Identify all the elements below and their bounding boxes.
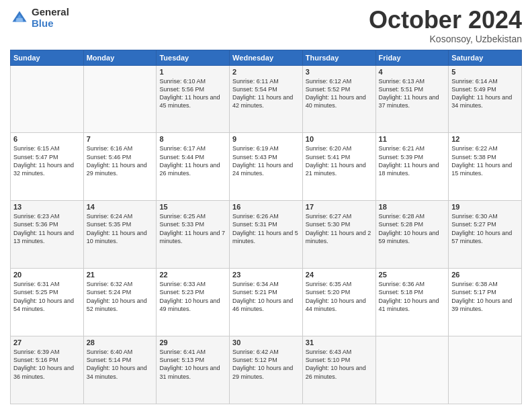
day-number: 19: [451, 203, 519, 211]
weekday-header-monday: Monday: [83, 50, 157, 65]
calendar-cell: 7Sunrise: 6:16 AMSunset: 5:46 PMDaylight…: [83, 133, 157, 201]
day-number: 29: [159, 338, 226, 347]
day-number: 17: [306, 203, 373, 211]
cell-details: Sunrise: 6:10 AMSunset: 5:56 PMDaylight:…: [159, 77, 226, 110]
calendar: SundayMondayTuesdayWednesdayThursdayFrid…: [10, 50, 522, 404]
cell-details: Sunrise: 6:11 AMSunset: 5:54 PMDaylight:…: [232, 77, 300, 110]
cell-details: Sunrise: 6:17 AMSunset: 5:44 PMDaylight:…: [159, 144, 226, 177]
cell-details: Sunrise: 6:20 AMSunset: 5:41 PMDaylight:…: [306, 144, 373, 177]
calendar-cell: 19Sunrise: 6:30 AMSunset: 5:27 PMDayligh…: [449, 201, 522, 269]
day-number: 24: [306, 271, 373, 279]
cell-details: Sunrise: 6:32 AMSunset: 5:24 PMDaylight:…: [87, 280, 154, 313]
day-number: 27: [13, 338, 81, 347]
cell-details: Sunrise: 6:21 AMSunset: 5:39 PMDaylight:…: [379, 144, 446, 177]
svg-rect-2: [16, 18, 23, 22]
weekday-header-row: SundayMondayTuesdayWednesdayThursdayFrid…: [11, 50, 522, 65]
day-number: 25: [379, 271, 446, 279]
cell-details: Sunrise: 6:13 AMSunset: 5:51 PMDaylight:…: [379, 77, 446, 110]
calendar-cell: 18Sunrise: 6:28 AMSunset: 5:28 PMDayligh…: [375, 201, 449, 269]
cell-details: Sunrise: 6:26 AMSunset: 5:31 PMDaylight:…: [232, 212, 300, 245]
cell-details: Sunrise: 6:36 AMSunset: 5:18 PMDaylight:…: [379, 280, 446, 313]
day-number: 22: [159, 271, 226, 279]
day-number: 13: [13, 203, 81, 211]
calendar-cell: 9Sunrise: 6:19 AMSunset: 5:43 PMDaylight…: [230, 133, 303, 201]
calendar-cell: 11Sunrise: 6:21 AMSunset: 5:39 PMDayligh…: [375, 133, 449, 201]
logo: General Blue: [10, 7, 69, 29]
calendar-cell: 20Sunrise: 6:31 AMSunset: 5:25 PMDayligh…: [11, 269, 84, 336]
calendar-cell: 16Sunrise: 6:26 AMSunset: 5:31 PMDayligh…: [230, 201, 303, 269]
calendar-cell: 17Sunrise: 6:27 AMSunset: 5:30 PMDayligh…: [302, 201, 375, 269]
calendar-cell: 4Sunrise: 6:13 AMSunset: 5:51 PMDaylight…: [375, 65, 449, 133]
calendar-cell: 30Sunrise: 6:42 AMSunset: 5:12 PMDayligh…: [230, 336, 303, 404]
calendar-cell: 28Sunrise: 6:40 AMSunset: 5:14 PMDayligh…: [83, 336, 157, 404]
logo-blue: Blue: [32, 18, 69, 30]
week-row-4: 20Sunrise: 6:31 AMSunset: 5:25 PMDayligh…: [11, 269, 522, 336]
day-number: 4: [379, 68, 446, 76]
calendar-cell: 10Sunrise: 6:20 AMSunset: 5:41 PMDayligh…: [302, 133, 375, 201]
calendar-cell: 29Sunrise: 6:41 AMSunset: 5:13 PMDayligh…: [157, 336, 230, 404]
cell-details: Sunrise: 6:39 AMSunset: 5:16 PMDaylight:…: [13, 348, 81, 381]
calendar-cell: 5Sunrise: 6:14 AMSunset: 5:49 PMDaylight…: [449, 65, 522, 133]
day-number: 5: [451, 68, 519, 76]
calendar-cell: 27Sunrise: 6:39 AMSunset: 5:16 PMDayligh…: [11, 336, 84, 404]
weekday-header-saturday: Saturday: [449, 50, 522, 65]
calendar-cell: 3Sunrise: 6:12 AMSunset: 5:52 PMDaylight…: [302, 65, 375, 133]
calendar-cell: 1Sunrise: 6:10 AMSunset: 5:56 PMDaylight…: [157, 65, 230, 133]
cell-details: Sunrise: 6:15 AMSunset: 5:47 PMDaylight:…: [13, 144, 81, 177]
week-row-3: 13Sunrise: 6:23 AMSunset: 5:36 PMDayligh…: [11, 201, 522, 269]
calendar-cell: 21Sunrise: 6:32 AMSunset: 5:24 PMDayligh…: [83, 269, 157, 336]
calendar-cell: [449, 336, 522, 404]
month-title: October 2024: [369, 7, 522, 34]
cell-details: Sunrise: 6:24 AMSunset: 5:35 PMDaylight:…: [87, 212, 154, 245]
title-block: October 2024 Kosonsoy, Uzbekistan: [369, 7, 522, 44]
cell-details: Sunrise: 6:22 AMSunset: 5:38 PMDaylight:…: [451, 144, 519, 177]
logo-general: General: [32, 7, 69, 18]
calendar-cell: 2Sunrise: 6:11 AMSunset: 5:54 PMDaylight…: [230, 65, 303, 133]
weekday-header-wednesday: Wednesday: [230, 50, 303, 65]
calendar-cell: 8Sunrise: 6:17 AMSunset: 5:44 PMDaylight…: [157, 133, 230, 201]
day-number: 12: [451, 135, 519, 143]
calendar-cell: 14Sunrise: 6:24 AMSunset: 5:35 PMDayligh…: [83, 201, 157, 269]
weekday-header-tuesday: Tuesday: [157, 50, 230, 65]
calendar-cell: 15Sunrise: 6:25 AMSunset: 5:33 PMDayligh…: [157, 201, 230, 269]
calendar-cell: 24Sunrise: 6:35 AMSunset: 5:20 PMDayligh…: [302, 269, 375, 336]
cell-details: Sunrise: 6:14 AMSunset: 5:49 PMDaylight:…: [451, 77, 519, 110]
cell-details: Sunrise: 6:35 AMSunset: 5:20 PMDaylight:…: [306, 280, 373, 313]
cell-details: Sunrise: 6:25 AMSunset: 5:33 PMDaylight:…: [159, 212, 226, 245]
cell-details: Sunrise: 6:33 AMSunset: 5:23 PMDaylight:…: [159, 280, 226, 313]
calendar-cell: 25Sunrise: 6:36 AMSunset: 5:18 PMDayligh…: [375, 269, 449, 336]
cell-details: Sunrise: 6:28 AMSunset: 5:28 PMDaylight:…: [379, 212, 446, 245]
day-number: 15: [159, 203, 226, 211]
logo-text: General Blue: [32, 7, 69, 29]
day-number: 26: [451, 271, 519, 279]
day-number: 16: [232, 203, 300, 211]
day-number: 3: [306, 68, 373, 76]
calendar-cell: 22Sunrise: 6:33 AMSunset: 5:23 PMDayligh…: [157, 269, 230, 336]
day-number: 6: [13, 135, 81, 143]
calendar-cell: 26Sunrise: 6:38 AMSunset: 5:17 PMDayligh…: [449, 269, 522, 336]
page: General Blue October 2024 Kosonsoy, Uzbe…: [0, 0, 532, 411]
cell-details: Sunrise: 6:19 AMSunset: 5:43 PMDaylight:…: [232, 144, 300, 177]
day-number: 18: [379, 203, 446, 211]
subtitle: Kosonsoy, Uzbekistan: [369, 34, 522, 44]
calendar-cell: [11, 65, 84, 133]
header: General Blue October 2024 Kosonsoy, Uzbe…: [10, 7, 522, 44]
cell-details: Sunrise: 6:43 AMSunset: 5:10 PMDaylight:…: [306, 348, 373, 381]
cell-details: Sunrise: 6:31 AMSunset: 5:25 PMDaylight:…: [13, 280, 81, 313]
day-number: 1: [159, 68, 226, 76]
day-number: 11: [379, 135, 446, 143]
day-number: 20: [13, 271, 81, 279]
cell-details: Sunrise: 6:30 AMSunset: 5:27 PMDaylight:…: [451, 212, 519, 245]
day-number: 9: [232, 135, 300, 143]
week-row-1: 1Sunrise: 6:10 AMSunset: 5:56 PMDaylight…: [11, 65, 522, 133]
day-number: 10: [306, 135, 373, 143]
weekday-header-thursday: Thursday: [302, 50, 375, 65]
day-number: 8: [159, 135, 226, 143]
calendar-cell: [375, 336, 449, 404]
calendar-cell: 13Sunrise: 6:23 AMSunset: 5:36 PMDayligh…: [11, 201, 84, 269]
calendar-cell: 23Sunrise: 6:34 AMSunset: 5:21 PMDayligh…: [230, 269, 303, 336]
logo-icon: [10, 9, 29, 28]
day-number: 23: [232, 271, 300, 279]
weekday-header-sunday: Sunday: [11, 50, 84, 65]
day-number: 31: [306, 338, 373, 347]
